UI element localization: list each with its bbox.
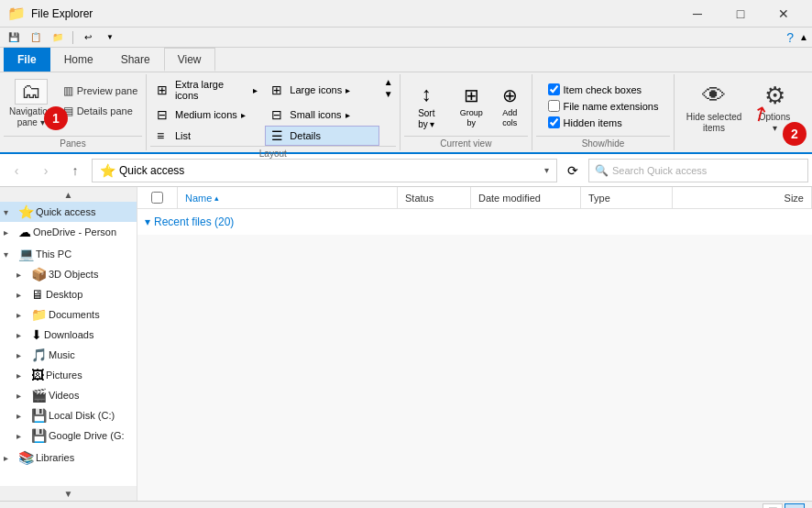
recent-files-section[interactable]: ▾ Recent files (20) <box>137 209 812 235</box>
downloads-icon: ⬇ <box>31 327 42 342</box>
sidebar-item-libraries[interactable]: ▸ 📚 Libraries <box>0 447 137 468</box>
nav-scroll-down[interactable]: ▼ <box>0 486 137 501</box>
layout-small[interactable]: ⊟ Small icons ▸ <box>265 105 379 125</box>
file-name-extensions-label: File name extensions <box>564 101 659 112</box>
sidebar-item-this-pc[interactable]: ▾ 💻 This PC <box>0 244 137 264</box>
file-header-status[interactable]: Status <box>398 187 471 208</box>
sidebar-item-documents[interactable]: ▸ 📁 Documents <box>0 304 137 325</box>
layout-list: ⊞ Extra large icons ▸ ⊞ Large icons ▸ ⊟ … <box>150 76 379 146</box>
search-box[interactable]: 🔍 Search Quick access <box>588 159 808 182</box>
group-by-button[interactable]: ⊞ Groupby <box>453 80 489 133</box>
desktop-label: Desktop <box>46 289 82 300</box>
sidebar-item-3d-objects[interactable]: ▸ 📦 3D Objects <box>0 264 137 284</box>
nav-scroll-up[interactable]: ▲ <box>0 187 137 202</box>
hidden-items-checkbox[interactable] <box>548 116 560 128</box>
layout-large[interactable]: ⊞ Large icons ▸ <box>265 76 379 104</box>
qa-save-button[interactable]: 💾 <box>4 28 24 47</box>
chevron-right-icon: ▸ <box>16 270 29 280</box>
google-drive-icon: 💾 <box>31 428 47 443</box>
tab-view[interactable]: View <box>164 48 215 72</box>
tab-home[interactable]: Home <box>50 48 107 72</box>
sidebar-item-onedrive[interactable]: ▸ ☁ OneDrive - Person <box>0 222 137 242</box>
navigation-pane-icon: 🗂 <box>15 79 48 105</box>
section-collapse-icon: ▾ <box>145 215 150 228</box>
item-check-boxes-checkbox[interactable] <box>548 83 560 95</box>
3d-objects-icon: 📦 <box>31 267 47 282</box>
file-header-type[interactable]: Type <box>581 187 673 208</box>
add-columns-button[interactable]: ⊕ Addcols <box>491 80 528 133</box>
title-bar: 📁 File Explorer ─ □ ✕ <box>0 0 812 28</box>
pictures-icon: 🖼 <box>31 368 44 382</box>
preview-pane-icon: ▥ <box>63 84 73 97</box>
ribbon-group-hide-options: 2 ↗ 👁 Hide selecteditems ⚙ Options▾ x <box>675 74 812 150</box>
hide-selected-button[interactable]: 👁 Hide selecteditems <box>685 81 743 136</box>
tab-share[interactable]: Share <box>107 48 164 72</box>
ribbon-tabs: File Home Share View <box>0 48 812 72</box>
qa-undo-button[interactable]: ↩ <box>78 28 98 47</box>
minimize-button[interactable]: ─ <box>676 0 719 28</box>
qa-new-folder-button[interactable]: 📁 <box>48 28 68 47</box>
sidebar-item-pictures[interactable]: ▸ 🖼 Pictures <box>0 365 137 385</box>
sidebar-item-downloads[interactable]: ▸ ⬇ Downloads <box>0 325 137 345</box>
quick-access-label: Quick access <box>36 206 95 217</box>
sidebar-item-local-disk-c[interactable]: ▸ 💾 Local Disk (C:) <box>0 405 137 425</box>
chevron-down-icon: ▾ <box>4 249 16 260</box>
address-bar: ‹ › ↑ ⭐ Quick access ▾ ⟳ 🔍 Search Quick … <box>0 154 812 187</box>
large-icons-view-toggle[interactable]: ⊞ <box>785 503 805 509</box>
3d-objects-label: 3D Objects <box>49 269 98 280</box>
hidden-items-label: Hidden items <box>564 117 622 128</box>
add-columns-icon: ⊕ <box>502 84 518 106</box>
sort-by-button[interactable]: ↕ Sortby ▾ <box>403 80 449 133</box>
maximize-button[interactable]: □ <box>719 0 762 28</box>
ribbon-collapse-icon[interactable]: ▲ <box>799 32 808 42</box>
details-pane-label: Details pane <box>77 105 133 116</box>
details-icon: ☰ <box>271 128 286 143</box>
file-header-name[interactable]: Name ▴ <box>178 187 398 208</box>
recent-files-label: Recent files (20) <box>154 215 234 228</box>
layout-extra-large[interactable]: ⊞ Extra large icons ▸ <box>150 76 264 104</box>
address-box[interactable]: ⭐ Quick access ▾ <box>92 159 557 182</box>
main-area: ▲ ▾ ⭐ Quick access ▸ ☁ OneDrive - Person… <box>0 187 812 501</box>
search-icon: 🔍 <box>595 164 609 177</box>
up-button[interactable]: ↑ <box>62 158 88 183</box>
item-check-boxes-row[interactable]: Item check boxes <box>544 83 646 96</box>
preview-pane-label: Preview pane <box>77 85 138 96</box>
address-dropdown-icon[interactable]: ▾ <box>544 165 549 175</box>
file-name-extensions-row[interactable]: File name extensions <box>544 99 663 113</box>
sort-icon: ↕ <box>422 83 432 106</box>
back-button[interactable]: ‹ <box>4 158 29 183</box>
layout-scroll-up[interactable]: ▲ <box>383 76 394 88</box>
preview-pane-button[interactable]: ▥ Preview pane <box>59 82 143 100</box>
large-icon: ⊞ <box>271 83 286 97</box>
qa-dropdown-button[interactable]: ▼ <box>100 28 120 47</box>
chevron-right-icon: ▸ <box>16 330 29 340</box>
details-view-toggle[interactable]: ☰ <box>763 503 783 509</box>
select-all-checkbox[interactable] <box>151 192 163 204</box>
layout-medium[interactable]: ⊟ Medium icons ▸ <box>150 105 264 125</box>
qa-properties-button[interactable]: 📋 <box>26 28 46 47</box>
sidebar-item-desktop[interactable]: ▸ 🖥 Desktop <box>0 284 137 304</box>
sidebar-item-videos[interactable]: ▸ 🎬 Videos <box>0 385 137 405</box>
tab-file[interactable]: File <box>4 48 50 72</box>
details-pane-button[interactable]: ▤ Details pane <box>59 102 143 120</box>
file-area: Name ▴ Status Date modified Type Size ▾ … <box>137 187 812 501</box>
sidebar-item-music[interactable]: ▸ 🎵 Music <box>0 345 137 365</box>
layout-group-label: Layout <box>150 146 396 159</box>
file-header-size[interactable]: Size <box>673 187 812 208</box>
sidebar-item-google-drive[interactable]: ▸ 💾 Google Drive (G: <box>0 425 137 446</box>
forward-button[interactable]: › <box>33 158 59 183</box>
sidebar-item-quick-access[interactable]: ▾ ⭐ Quick access <box>0 202 137 222</box>
layout-content: ⊞ Extra large icons ▸ ⊞ Large icons ▸ ⊟ … <box>150 76 396 146</box>
videos-icon: 🎬 <box>31 388 47 403</box>
file-header-checkbox[interactable] <box>137 187 178 208</box>
help-icon[interactable]: ? <box>786 30 794 45</box>
file-header-date[interactable]: Date modified <box>471 187 581 208</box>
hidden-items-row[interactable]: Hidden items <box>544 116 626 129</box>
layout-list[interactable]: ≡ List <box>150 126 264 146</box>
small-icon: ⊟ <box>271 107 286 122</box>
close-button[interactable]: ✕ <box>763 0 805 28</box>
refresh-button[interactable]: ⟳ <box>561 159 585 182</box>
layout-scroll-down[interactable]: ▼ <box>383 88 394 100</box>
layout-details[interactable]: ☰ Details <box>265 126 379 146</box>
file-name-extensions-checkbox[interactable] <box>548 100 560 112</box>
